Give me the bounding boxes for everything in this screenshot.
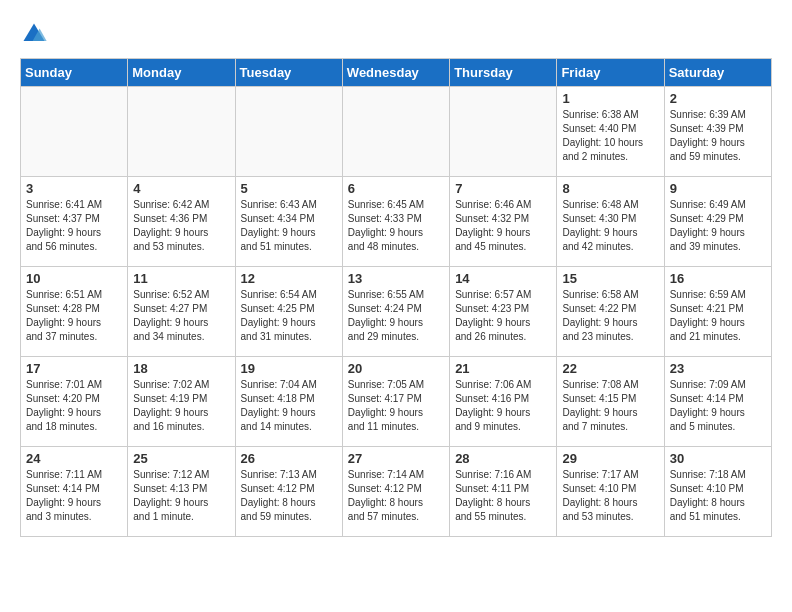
day-info: Sunrise: 7:17 AM Sunset: 4:10 PM Dayligh… — [562, 468, 658, 524]
day-number: 19 — [241, 361, 337, 376]
day-number: 22 — [562, 361, 658, 376]
calendar-cell: 25Sunrise: 7:12 AM Sunset: 4:13 PM Dayli… — [128, 447, 235, 537]
day-number: 27 — [348, 451, 444, 466]
day-info: Sunrise: 6:43 AM Sunset: 4:34 PM Dayligh… — [241, 198, 337, 254]
day-of-week-header: Thursday — [450, 59, 557, 87]
day-info: Sunrise: 7:14 AM Sunset: 4:12 PM Dayligh… — [348, 468, 444, 524]
day-number: 10 — [26, 271, 122, 286]
day-of-week-header: Monday — [128, 59, 235, 87]
day-info: Sunrise: 7:11 AM Sunset: 4:14 PM Dayligh… — [26, 468, 122, 524]
day-info: Sunrise: 6:49 AM Sunset: 4:29 PM Dayligh… — [670, 198, 766, 254]
calendar-cell — [128, 87, 235, 177]
calendar-cell: 1Sunrise: 6:38 AM Sunset: 4:40 PM Daylig… — [557, 87, 664, 177]
calendar-cell: 24Sunrise: 7:11 AM Sunset: 4:14 PM Dayli… — [21, 447, 128, 537]
day-number: 6 — [348, 181, 444, 196]
day-info: Sunrise: 7:13 AM Sunset: 4:12 PM Dayligh… — [241, 468, 337, 524]
day-info: Sunrise: 6:55 AM Sunset: 4:24 PM Dayligh… — [348, 288, 444, 344]
day-info: Sunrise: 6:39 AM Sunset: 4:39 PM Dayligh… — [670, 108, 766, 164]
day-info: Sunrise: 7:02 AM Sunset: 4:19 PM Dayligh… — [133, 378, 229, 434]
calendar-cell — [235, 87, 342, 177]
day-number: 15 — [562, 271, 658, 286]
day-number: 30 — [670, 451, 766, 466]
calendar-cell: 7Sunrise: 6:46 AM Sunset: 4:32 PM Daylig… — [450, 177, 557, 267]
day-info: Sunrise: 6:59 AM Sunset: 4:21 PM Dayligh… — [670, 288, 766, 344]
day-info: Sunrise: 7:18 AM Sunset: 4:10 PM Dayligh… — [670, 468, 766, 524]
day-number: 4 — [133, 181, 229, 196]
day-number: 8 — [562, 181, 658, 196]
calendar-cell: 15Sunrise: 6:58 AM Sunset: 4:22 PM Dayli… — [557, 267, 664, 357]
day-info: Sunrise: 7:16 AM Sunset: 4:11 PM Dayligh… — [455, 468, 551, 524]
page-header — [20, 20, 772, 48]
calendar-cell: 20Sunrise: 7:05 AM Sunset: 4:17 PM Dayli… — [342, 357, 449, 447]
day-number: 13 — [348, 271, 444, 286]
day-number: 1 — [562, 91, 658, 106]
day-number: 5 — [241, 181, 337, 196]
day-info: Sunrise: 6:46 AM Sunset: 4:32 PM Dayligh… — [455, 198, 551, 254]
day-info: Sunrise: 7:05 AM Sunset: 4:17 PM Dayligh… — [348, 378, 444, 434]
day-number: 3 — [26, 181, 122, 196]
day-number: 2 — [670, 91, 766, 106]
calendar-cell: 18Sunrise: 7:02 AM Sunset: 4:19 PM Dayli… — [128, 357, 235, 447]
day-number: 7 — [455, 181, 551, 196]
calendar-cell: 27Sunrise: 7:14 AM Sunset: 4:12 PM Dayli… — [342, 447, 449, 537]
day-number: 26 — [241, 451, 337, 466]
day-info: Sunrise: 7:12 AM Sunset: 4:13 PM Dayligh… — [133, 468, 229, 524]
calendar-cell: 28Sunrise: 7:16 AM Sunset: 4:11 PM Dayli… — [450, 447, 557, 537]
calendar-cell: 12Sunrise: 6:54 AM Sunset: 4:25 PM Dayli… — [235, 267, 342, 357]
day-number: 11 — [133, 271, 229, 286]
day-number: 17 — [26, 361, 122, 376]
day-info: Sunrise: 6:42 AM Sunset: 4:36 PM Dayligh… — [133, 198, 229, 254]
calendar-cell: 3Sunrise: 6:41 AM Sunset: 4:37 PM Daylig… — [21, 177, 128, 267]
calendar-cell: 22Sunrise: 7:08 AM Sunset: 4:15 PM Dayli… — [557, 357, 664, 447]
calendar-cell: 29Sunrise: 7:17 AM Sunset: 4:10 PM Dayli… — [557, 447, 664, 537]
calendar-cell: 10Sunrise: 6:51 AM Sunset: 4:28 PM Dayli… — [21, 267, 128, 357]
day-info: Sunrise: 6:57 AM Sunset: 4:23 PM Dayligh… — [455, 288, 551, 344]
day-info: Sunrise: 7:09 AM Sunset: 4:14 PM Dayligh… — [670, 378, 766, 434]
calendar-cell: 21Sunrise: 7:06 AM Sunset: 4:16 PM Dayli… — [450, 357, 557, 447]
day-info: Sunrise: 6:38 AM Sunset: 4:40 PM Dayligh… — [562, 108, 658, 164]
calendar-cell: 6Sunrise: 6:45 AM Sunset: 4:33 PM Daylig… — [342, 177, 449, 267]
day-info: Sunrise: 6:52 AM Sunset: 4:27 PM Dayligh… — [133, 288, 229, 344]
day-number: 23 — [670, 361, 766, 376]
day-of-week-header: Tuesday — [235, 59, 342, 87]
calendar-cell: 9Sunrise: 6:49 AM Sunset: 4:29 PM Daylig… — [664, 177, 771, 267]
calendar-cell: 14Sunrise: 6:57 AM Sunset: 4:23 PM Dayli… — [450, 267, 557, 357]
day-info: Sunrise: 7:04 AM Sunset: 4:18 PM Dayligh… — [241, 378, 337, 434]
calendar-cell: 26Sunrise: 7:13 AM Sunset: 4:12 PM Dayli… — [235, 447, 342, 537]
day-number: 20 — [348, 361, 444, 376]
day-number: 12 — [241, 271, 337, 286]
day-info: Sunrise: 7:08 AM Sunset: 4:15 PM Dayligh… — [562, 378, 658, 434]
day-number: 25 — [133, 451, 229, 466]
calendar-cell: 11Sunrise: 6:52 AM Sunset: 4:27 PM Dayli… — [128, 267, 235, 357]
day-of-week-header: Saturday — [664, 59, 771, 87]
day-number: 18 — [133, 361, 229, 376]
calendar-cell: 5Sunrise: 6:43 AM Sunset: 4:34 PM Daylig… — [235, 177, 342, 267]
calendar-cell: 4Sunrise: 6:42 AM Sunset: 4:36 PM Daylig… — [128, 177, 235, 267]
calendar-cell: 16Sunrise: 6:59 AM Sunset: 4:21 PM Dayli… — [664, 267, 771, 357]
day-of-week-header: Friday — [557, 59, 664, 87]
day-number: 16 — [670, 271, 766, 286]
day-info: Sunrise: 7:01 AM Sunset: 4:20 PM Dayligh… — [26, 378, 122, 434]
day-number: 28 — [455, 451, 551, 466]
calendar-table: SundayMondayTuesdayWednesdayThursdayFrid… — [20, 58, 772, 537]
calendar-cell: 17Sunrise: 7:01 AM Sunset: 4:20 PM Dayli… — [21, 357, 128, 447]
day-info: Sunrise: 6:48 AM Sunset: 4:30 PM Dayligh… — [562, 198, 658, 254]
calendar-cell: 19Sunrise: 7:04 AM Sunset: 4:18 PM Dayli… — [235, 357, 342, 447]
day-info: Sunrise: 7:06 AM Sunset: 4:16 PM Dayligh… — [455, 378, 551, 434]
calendar-cell: 30Sunrise: 7:18 AM Sunset: 4:10 PM Dayli… — [664, 447, 771, 537]
day-number: 29 — [562, 451, 658, 466]
day-number: 24 — [26, 451, 122, 466]
calendar-cell — [342, 87, 449, 177]
calendar-cell: 13Sunrise: 6:55 AM Sunset: 4:24 PM Dayli… — [342, 267, 449, 357]
day-number: 14 — [455, 271, 551, 286]
day-info: Sunrise: 6:41 AM Sunset: 4:37 PM Dayligh… — [26, 198, 122, 254]
day-info: Sunrise: 6:51 AM Sunset: 4:28 PM Dayligh… — [26, 288, 122, 344]
day-of-week-header: Sunday — [21, 59, 128, 87]
day-info: Sunrise: 6:58 AM Sunset: 4:22 PM Dayligh… — [562, 288, 658, 344]
calendar-cell — [21, 87, 128, 177]
day-number: 21 — [455, 361, 551, 376]
day-number: 9 — [670, 181, 766, 196]
day-info: Sunrise: 6:45 AM Sunset: 4:33 PM Dayligh… — [348, 198, 444, 254]
logo — [20, 20, 52, 48]
calendar-cell: 8Sunrise: 6:48 AM Sunset: 4:30 PM Daylig… — [557, 177, 664, 267]
